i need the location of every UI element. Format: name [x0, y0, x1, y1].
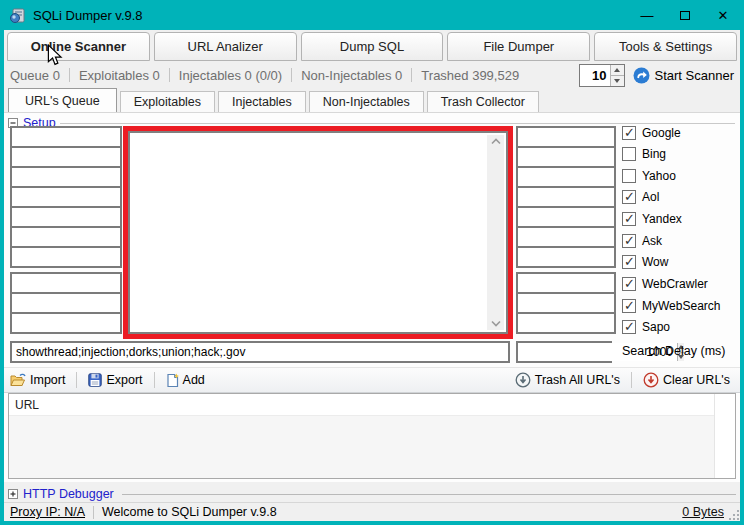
tab-file-dumper[interactable]: File Dumper — [447, 32, 590, 61]
google-checkbox[interactable] — [622, 126, 636, 140]
exploitables-count: Exploitables 0 — [79, 68, 160, 83]
url-list[interactable]: URL — [8, 393, 736, 479]
subtab-trash-collector[interactable]: Trash Collector — [427, 91, 539, 112]
setup-right-input-7[interactable] — [516, 246, 616, 268]
bing-checkbox[interactable] — [622, 147, 636, 161]
maximize-button[interactable] — [666, 0, 704, 30]
trash-all-down-arrow-icon — [515, 372, 531, 388]
clear-urls-button[interactable]: Clear URL's — [637, 369, 736, 391]
setup-right-input-9[interactable] — [516, 292, 616, 314]
http-debugger-section: HTTP Debugger — [8, 486, 736, 502]
engine-label: Bing — [642, 147, 666, 161]
tab-url-analizer[interactable]: URL Analizer — [154, 32, 297, 61]
url-column-label: URL — [15, 398, 39, 412]
export-button[interactable]: Export — [82, 369, 148, 391]
engine-label: MyWebSearch — [642, 299, 720, 313]
tab-label: URL Analizer — [188, 39, 263, 54]
subtab-exploitables[interactable]: Exploitables — [120, 91, 215, 112]
setup-left-input-3[interactable] — [10, 166, 122, 188]
divider — [169, 68, 170, 82]
setup-left-input-1[interactable] — [10, 126, 122, 148]
scroll-up-icon[interactable] — [490, 138, 502, 145]
divider — [154, 372, 155, 388]
non-injectables-count: Non-Injectables 0 — [301, 68, 402, 83]
engine-label: Sapo — [642, 320, 670, 334]
search-delay-stepper — [516, 341, 612, 363]
mywebsearch-checkbox[interactable] — [622, 299, 636, 313]
subtab-label: Trash Collector — [441, 95, 525, 109]
setup-left-input-10[interactable] — [10, 312, 122, 334]
setup-right-input-4[interactable] — [516, 186, 616, 208]
scroll-down-icon[interactable] — [490, 320, 502, 327]
engine-row-webcrawler: WebCrawler — [622, 276, 738, 293]
setup-left-input-2[interactable] — [10, 146, 122, 168]
engine-row-mywebsearch: MyWebSearch — [622, 297, 738, 314]
expand-icon[interactable] — [8, 489, 18, 499]
injectables-count: Injectables 0 (0/0) — [179, 68, 282, 83]
dorks-input[interactable] — [10, 341, 510, 363]
webcrawler-checkbox[interactable] — [622, 277, 636, 291]
subtab-label: URL's Queue — [25, 94, 100, 108]
subtab-non-injectables[interactable]: Non-Injectables — [309, 91, 424, 112]
setup-right-input-1[interactable] — [516, 126, 616, 148]
sub-tab-bar: URL's Queue Exploitables Injectables Non… — [8, 88, 736, 112]
group-divider — [122, 494, 736, 495]
setup-right-input-5[interactable] — [516, 206, 616, 228]
setup-right-input-2[interactable] — [516, 146, 616, 168]
setup-right-input-10[interactable] — [516, 312, 616, 334]
setup-left-input-6[interactable] — [10, 226, 122, 248]
setup-left-input-5[interactable] — [10, 206, 122, 228]
vertical-scrollbar[interactable] — [487, 135, 504, 330]
subtab-label: Injectables — [232, 95, 292, 109]
http-debugger-label[interactable]: HTTP Debugger — [23, 487, 114, 501]
bytes-counter-link[interactable]: 0 Bytes — [682, 505, 724, 519]
tab-tools-settings[interactable]: Tools & Settings — [594, 32, 737, 61]
setup-right-input-8[interactable] — [516, 272, 616, 294]
tab-label: Online Scanner — [31, 39, 126, 54]
tab-label: File Dumper — [483, 39, 554, 54]
setup-left-input-7[interactable] — [10, 246, 122, 268]
clear-urls-label: Clear URL's — [663, 373, 730, 387]
setup-right-input-3[interactable] — [516, 166, 616, 188]
threads-input[interactable] — [580, 65, 610, 86]
yandex-checkbox[interactable] — [622, 212, 636, 226]
threads-up-button[interactable] — [611, 65, 624, 75]
subtab-urls-queue[interactable]: URL's Queue — [8, 88, 117, 112]
threads-stepper — [579, 64, 625, 87]
dork-queue-textarea[interactable] — [128, 131, 508, 334]
close-button[interactable]: ✕ — [704, 0, 742, 30]
add-button[interactable]: Add — [160, 369, 211, 391]
add-label: Add — [183, 373, 205, 387]
start-scanner-button[interactable]: Start Scanner — [633, 67, 735, 84]
subtab-label: Non-Injectables — [323, 95, 410, 109]
import-button[interactable]: Import — [4, 369, 71, 391]
proxy-ip-link[interactable]: Proxy IP: N/A — [10, 505, 85, 519]
engine-label: Ask — [642, 234, 662, 248]
minimize-button[interactable]: — — [628, 0, 666, 30]
wow-checkbox[interactable] — [622, 255, 636, 269]
resize-grip[interactable] — [727, 508, 739, 520]
sapo-checkbox[interactable] — [622, 320, 636, 334]
add-page-icon — [166, 373, 179, 388]
setup-right-input-6[interactable] — [516, 226, 616, 248]
import-label: Import — [30, 373, 65, 387]
threads-down-button[interactable] — [611, 75, 624, 86]
clear-down-arrow-icon — [643, 372, 659, 388]
setup-left-input-9[interactable] — [10, 292, 122, 314]
list-scrollbar-track[interactable] — [714, 394, 735, 478]
subtab-injectables[interactable]: Injectables — [218, 91, 306, 112]
scanner-controls: Start Scanner — [579, 63, 735, 88]
trash-all-urls-button[interactable]: Trash All URL's — [509, 369, 626, 391]
tab-dump-sql[interactable]: Dump SQL — [301, 32, 444, 61]
divider — [411, 68, 412, 82]
url-column-header[interactable]: URL — [9, 394, 714, 416]
yahoo-checkbox[interactable] — [622, 169, 636, 183]
setup-left-input-4[interactable] — [10, 186, 122, 208]
divider — [76, 372, 77, 388]
ask-checkbox[interactable] — [622, 234, 636, 248]
tab-online-scanner[interactable]: Online Scanner — [7, 32, 150, 61]
setup-right-inputs — [516, 126, 616, 334]
setup-left-input-8[interactable] — [10, 272, 122, 294]
tab-label: Tools & Settings — [619, 39, 712, 54]
aol-checkbox[interactable] — [622, 190, 636, 204]
